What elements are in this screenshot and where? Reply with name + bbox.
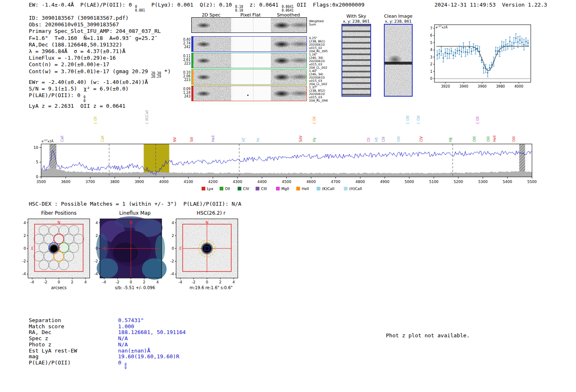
spec2d-cell-flat: [232, 18, 270, 32]
match-row: RA, Dec188.126681, 50.191164: [29, 329, 186, 336]
detection-blob: [192, 37, 231, 51]
svg-text:5: 5: [430, 41, 432, 45]
spec2d-row: [191, 53, 307, 68]
info-line: λ = 3966.84Å σ = 4.37(±0.71)Å: [29, 48, 171, 55]
svg-text:4900: 4900: [380, 180, 390, 184]
match-label: Photo z: [29, 342, 118, 348]
spec2d-cell-spec: [192, 86, 231, 101]
svg-text:3700: 3700: [86, 180, 95, 184]
spec2d-row-weights: 0.102.06223: [180, 71, 190, 82]
svg-text:-2: -2: [94, 259, 98, 263]
svg-text:3500: 3500: [37, 180, 46, 184]
match-value: 19.60(19.60,19.60)R: [118, 354, 179, 360]
highlight-band: [144, 144, 169, 177]
svg-text:3800: 3800: [110, 180, 119, 184]
svg-text:3600: 3600: [61, 180, 70, 184]
svg-text:4500: 4500: [282, 180, 291, 184]
svg-text:2: 2: [219, 280, 222, 284]
svg-text:Lyα: Lyα: [207, 187, 214, 191]
svg-text:Hζ: Hζ: [242, 138, 246, 142]
svg-text:5100: 5100: [429, 180, 439, 184]
svg-text:4000: 4000: [514, 84, 523, 88]
svg-text:5000: 5000: [404, 180, 414, 184]
info-line: LineFlux = -1.70(±0.29)e-16: [29, 55, 171, 61]
svg-text:4600: 4600: [307, 180, 316, 184]
svg-text:3900: 3900: [135, 180, 144, 184]
svg-text:2: 2: [95, 234, 98, 238]
svg-text:2: 2: [430, 62, 432, 66]
detection-blob: [271, 70, 307, 84]
zoom-plot-svg: 0123456739203940396039804000e-17x2Å: [428, 20, 543, 94]
match-label: Spec z: [29, 336, 118, 342]
svg-text:4: 4: [23, 221, 26, 225]
svg-text:7: 7: [430, 26, 432, 30]
svg-text:{ OII: { OII: [94, 116, 98, 124]
svg-text:-4: -4: [94, 272, 98, 276]
match-value: 0.57431": [118, 318, 144, 324]
svg-text:-4: -4: [30, 280, 34, 284]
spec2d-cell-smooth: [271, 86, 307, 101]
detection-blob: [271, 53, 307, 68]
spec2d-cell-flat: [232, 53, 270, 68]
clean-image-title: Clean Image: [374, 14, 423, 19]
svg-text:HeII: HeII: [211, 135, 215, 142]
svg-text:N: N: [130, 220, 132, 225]
svg-text:SiII: SiII: [190, 137, 194, 142]
detection-blob: [192, 53, 231, 68]
spec2d-cell-flat: [232, 37, 270, 51]
svg-text:N: N: [206, 220, 209, 225]
hsc-r-panel: NE: [176, 219, 238, 278]
header-summary: EW: -1.4±-0.4Å P(LAE)/P(OII): 0 00.001 P…: [29, 2, 365, 12]
info-line: RA,Dec (188.126648,50.191322): [29, 42, 171, 48]
detection-blob: [271, 86, 307, 101]
detection-blob: [271, 37, 307, 51]
detection-blob: [192, 70, 231, 84]
spectrum-line: [41, 151, 532, 174]
spec2d-cell-smooth: [271, 37, 307, 51]
svg-text:10: 10: [34, 146, 39, 150]
svg-text:4: 4: [156, 280, 159, 284]
spec2d-cell-spec: [192, 37, 231, 51]
svg-text:HeII: HeII: [493, 135, 497, 142]
spec2d-row-info: 0.25"(238, 861)20200610v015_02204_RL_095: [309, 37, 328, 53]
svg-text:SiIV: SiIV: [299, 135, 303, 142]
fiber-color-bar: [192, 86, 193, 101]
svg-text:NV: NV: [173, 137, 177, 142]
clean-image-coords: x, y: 238, 861: [374, 19, 423, 23]
svg-text:4300: 4300: [233, 180, 242, 184]
svg-text:0: 0: [23, 246, 26, 251]
svg-text:3960: 3960: [478, 84, 487, 88]
svg-text:-4: -4: [179, 280, 182, 284]
svg-text:0: 0: [130, 280, 132, 284]
spec2d-row: [191, 69, 307, 85]
svg-text:3940: 3940: [459, 84, 468, 88]
match-value: N/A: [118, 336, 128, 342]
svg-text:4: 4: [84, 280, 87, 284]
legend: LyαOIICIVCIIIMgIIHeII(K)CaII(H)CaII: [202, 187, 362, 191]
svg-text:-2: -2: [22, 259, 26, 263]
svg-text:CaII: CaII: [60, 136, 64, 142]
match-row: Est LyA rest-EWnan(±nan)Å: [29, 348, 186, 354]
info-line: ID: 3090183567 (3090183567.pdf): [29, 15, 171, 21]
photz-note: Phot z plot not available.: [386, 332, 470, 339]
svg-text:{ OII: { OII: [476, 116, 480, 124]
match-value: 0 00: [118, 360, 126, 370]
svg-text:OIII: OIII: [397, 137, 401, 142]
match-row: Match score1.000: [29, 324, 186, 330]
svg-text:4000: 4000: [159, 180, 169, 184]
svg-text:Hγ: Hγ: [313, 137, 316, 142]
spec2d-cell-flat: [232, 70, 270, 84]
svg-text:3920: 3920: [441, 84, 450, 88]
svg-text:4200: 4200: [208, 180, 218, 184]
info-line: S/N = 9.1(±1.5) χ² = 6.9(±0.0): [29, 86, 171, 92]
svg-text:CIV: CIV: [243, 187, 250, 191]
svg-text:HeII: HeII: [302, 187, 309, 191]
svg-text:-2: -2: [192, 280, 195, 284]
svg-text:2: 2: [23, 234, 26, 238]
cutout-xlabel-arcsecs: arcsecs: [28, 285, 90, 290]
svg-text:5300: 5300: [478, 180, 488, 184]
line-labels: CaII{ OIICaII{ (K)CaIINVSiIIHeIIHζHεSiIV…: [60, 110, 516, 142]
svg-text:0: 0: [36, 175, 38, 179]
svg-text:4800: 4800: [355, 180, 365, 184]
match-label: mag: [29, 354, 118, 360]
